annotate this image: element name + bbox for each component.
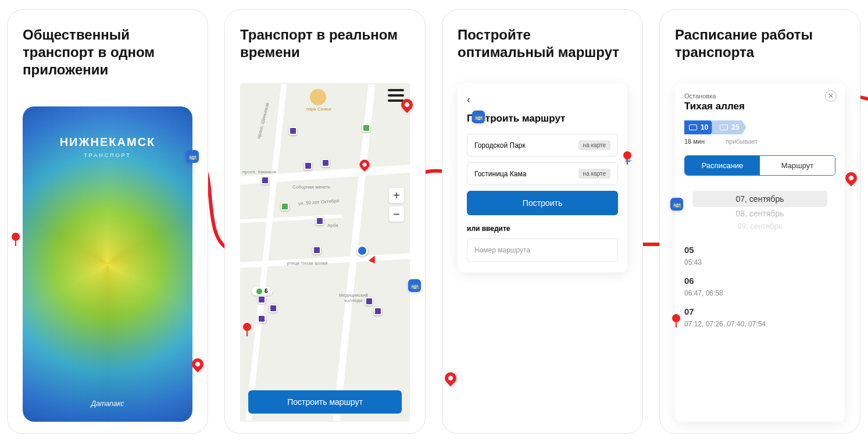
- route-badge[interactable]: 6: [252, 287, 273, 296]
- eta: 18 мин: [684, 138, 705, 145]
- date-picker[interactable]: 07, сентябрь 08, сентябрь 09, сентябрь: [684, 191, 835, 232]
- splash-city: НИЖНЕКАМСК: [60, 136, 156, 149]
- bus-stop-icon[interactable]: [313, 246, 321, 254]
- zoom-out-button[interactable]: −: [389, 207, 404, 222]
- on-map-badge[interactable]: на карте: [578, 169, 610, 179]
- panel-title: Расписание работы транспорта: [675, 26, 845, 61]
- bus-stop-icon[interactable]: [258, 296, 266, 304]
- stop-name: Тихая аллея: [684, 101, 835, 112]
- close-icon[interactable]: ✕: [825, 90, 837, 102]
- date-next[interactable]: 08, сентябрь: [684, 207, 835, 220]
- route-pills: 10 25: [684, 120, 835, 134]
- menu-icon[interactable]: [388, 89, 404, 102]
- route-pill-active[interactable]: 10: [684, 120, 715, 134]
- date-faded[interactable]: 09, сентябрь: [684, 220, 835, 232]
- pin-icon: [243, 323, 251, 331]
- or-enter-label: или введите: [467, 225, 618, 233]
- time-list: 07:12, 07:26, 07:40, 07:54: [684, 320, 835, 328]
- stop-label: Остановка: [684, 92, 835, 99]
- bus-marker-icon: 🚌: [472, 111, 485, 123]
- zoom-in-button[interactable]: +: [389, 188, 404, 203]
- back-icon[interactable]: ‹: [467, 94, 618, 106]
- bus-stop-icon[interactable]: [322, 159, 330, 167]
- tab-route[interactable]: Маршрут: [760, 156, 835, 175]
- tab-schedule[interactable]: Расписание: [685, 156, 760, 175]
- bus-stop-icon[interactable]: [304, 162, 312, 170]
- panel-realtime: Транспорт в реальном времени парк Семья …: [224, 9, 426, 434]
- bus-stop-icon[interactable]: [365, 297, 373, 305]
- time-block: 05 05:43 06 06:47, 06:58 07 07:12, 07:26…: [684, 245, 835, 328]
- current-location-icon[interactable]: [356, 245, 368, 257]
- panel-title: Постройте оптимальный маршрут: [458, 26, 627, 61]
- to-value: Гостиница Кама: [474, 170, 526, 178]
- card-title: Построить маршрут: [467, 113, 618, 124]
- bus-stop-icon[interactable]: [281, 202, 289, 211]
- vendor-logo: Датапакс: [91, 400, 124, 408]
- bus-stop-icon[interactable]: [374, 307, 382, 315]
- bus-stop-icon[interactable]: [261, 176, 269, 184]
- arriving-label: прибывает: [726, 138, 758, 145]
- arrival-row: 18 мин прибывает: [684, 138, 835, 145]
- on-map-badge[interactable]: на карте: [578, 140, 610, 150]
- bus-marker-icon: 🚌: [670, 198, 683, 211]
- bus-stop-icon[interactable]: [258, 315, 266, 323]
- route-number-input[interactable]: Номер маршрута: [467, 238, 618, 262]
- pin-icon: [623, 151, 631, 159]
- bus-stop-icon[interactable]: [289, 127, 297, 135]
- panel-overview: Общественный транспорт в одном приложени…: [7, 9, 208, 434]
- pin-icon: [12, 233, 20, 241]
- panel-build-route: Постройте оптимальный маршрут ‹ Построит…: [442, 9, 643, 434]
- bus-icon: [689, 124, 697, 130]
- park-label: парк Семья: [306, 106, 331, 112]
- panel-schedule: Расписание работы транспорта ✕ Остановка…: [659, 9, 860, 434]
- from-value: Городской Парк: [474, 141, 526, 149]
- panel-title: Общественный транспорт в одном приложени…: [23, 26, 192, 79]
- from-input[interactable]: Городской Парк на карте: [467, 134, 618, 156]
- app-splash-card: НИЖНЕКАМСК ТРАНСПОРТ Датапакс: [23, 106, 192, 422]
- bus-marker-icon: 🚌: [186, 150, 199, 163]
- hour-label: 05: [684, 245, 835, 255]
- build-button[interactable]: Построить: [467, 191, 618, 215]
- hour-label: 07: [684, 307, 835, 316]
- to-input[interactable]: Гостиница Кама на карте: [467, 162, 618, 185]
- panel-title: Транспорт в реальном времени: [240, 26, 410, 61]
- zoom-controls: + −: [389, 188, 404, 222]
- time-list: 05:43: [684, 258, 835, 266]
- time-list: 06:47, 06:58: [684, 289, 835, 297]
- splash-subtitle: ТРАНСПОРТ: [60, 152, 156, 158]
- park-icon: [310, 89, 326, 105]
- tab-toggle: Расписание Маршрут: [684, 155, 835, 176]
- schedule-card: ✕ Остановка Тихая аллея 10 25 18 мин при…: [675, 83, 845, 422]
- bus-stop-icon[interactable]: [362, 124, 370, 132]
- bus-icon: [720, 124, 728, 130]
- map-view[interactable]: парк Семья просп. Шинников просп. Химико…: [240, 83, 410, 422]
- route-pill-alt[interactable]: 25: [712, 120, 746, 134]
- build-route-button[interactable]: Построить маршрут: [248, 390, 402, 414]
- bus-stop-icon[interactable]: [316, 217, 324, 225]
- pin-icon: [672, 314, 680, 322]
- bus-marker-icon: 🚌: [408, 279, 421, 292]
- hour-label: 06: [684, 276, 835, 286]
- date-active[interactable]: 07, сентябрь: [692, 191, 827, 207]
- bus-stop-icon[interactable]: [269, 304, 277, 312]
